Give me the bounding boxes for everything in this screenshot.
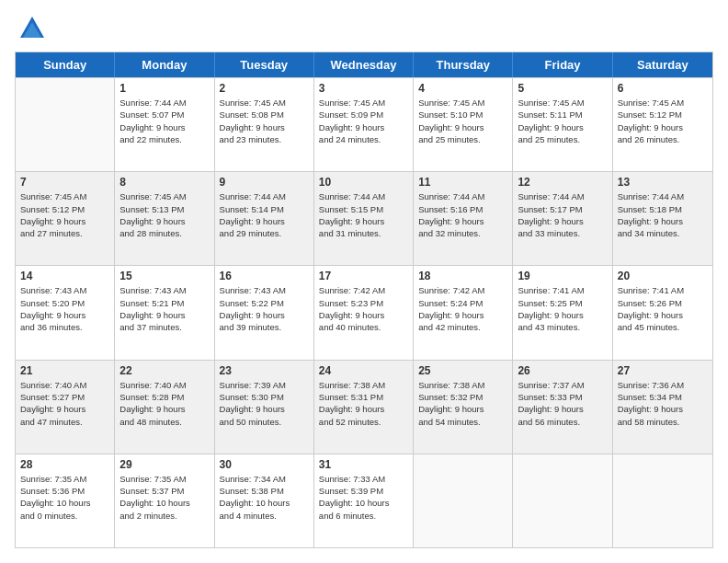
cell-info-line: Sunrise: 7:43 AM bbox=[20, 284, 109, 296]
cell-info-line: Daylight: 9 hours bbox=[220, 121, 309, 133]
cell-info-line: Sunset: 5:39 PM bbox=[319, 485, 408, 497]
cell-info-line: Daylight: 10 hours bbox=[319, 497, 408, 509]
cell-info-line: and 45 minutes. bbox=[618, 321, 708, 333]
cell-info-line: Sunrise: 7:45 AM bbox=[319, 97, 408, 109]
cell-info-line: and 47 minutes. bbox=[20, 416, 109, 428]
day-number: 11 bbox=[418, 176, 507, 189]
cell-info-line: Sunset: 5:16 PM bbox=[418, 203, 507, 215]
cell-info-line: Sunrise: 7:45 AM bbox=[20, 190, 109, 202]
cell-info-line: Daylight: 9 hours bbox=[220, 215, 309, 227]
day-number: 29 bbox=[119, 458, 209, 471]
cell-info-line: Daylight: 9 hours bbox=[618, 215, 708, 227]
cell-info-line: Daylight: 9 hours bbox=[20, 403, 109, 415]
cell-info-line: Sunset: 5:27 PM bbox=[20, 391, 109, 403]
calendar-cell: 12Sunrise: 7:44 AMSunset: 5:17 PMDayligh… bbox=[513, 172, 612, 265]
cell-info-line: Daylight: 9 hours bbox=[119, 403, 209, 415]
day-number: 17 bbox=[319, 270, 408, 282]
cell-info-line: and 32 minutes. bbox=[418, 227, 507, 239]
cell-info-line: Daylight: 9 hours bbox=[418, 121, 507, 133]
calendar-cell bbox=[613, 454, 712, 547]
cell-info-line: Sunset: 5:12 PM bbox=[20, 203, 109, 215]
cell-info-line: and 28 minutes. bbox=[119, 227, 209, 239]
cell-info-line: and 33 minutes. bbox=[518, 227, 607, 239]
cell-info-line: Sunset: 5:20 PM bbox=[20, 297, 109, 309]
day-number: 12 bbox=[518, 176, 607, 189]
page: SundayMondayTuesdayWednesdayThursdayFrid… bbox=[0, 0, 728, 563]
cell-info-line: Sunset: 5:12 PM bbox=[618, 109, 708, 121]
cell-info-line: and 31 minutes. bbox=[319, 227, 408, 239]
cell-info-line: and 36 minutes. bbox=[20, 321, 109, 333]
header bbox=[15, 15, 713, 42]
header-cell-thursday: Thursday bbox=[414, 52, 513, 77]
day-number: 27 bbox=[618, 364, 708, 377]
cell-info-line: Daylight: 9 hours bbox=[119, 215, 209, 227]
calendar-cell: 1Sunrise: 7:44 AMSunset: 5:07 PMDaylight… bbox=[115, 78, 214, 171]
calendar-cell bbox=[16, 78, 115, 171]
cell-info-line: Daylight: 9 hours bbox=[518, 309, 607, 321]
cell-info-line: Daylight: 9 hours bbox=[220, 309, 309, 321]
cell-info-line: Sunrise: 7:44 AM bbox=[618, 190, 708, 202]
cell-info-line: Sunrise: 7:35 AM bbox=[20, 473, 109, 485]
cell-info-line: Sunset: 5:21 PM bbox=[119, 297, 209, 309]
header-cell-monday: Monday bbox=[115, 52, 214, 77]
cell-info-line: and 23 minutes. bbox=[220, 133, 309, 145]
cell-info-line: Daylight: 9 hours bbox=[618, 403, 708, 415]
calendar-row-4: 21Sunrise: 7:40 AMSunset: 5:27 PMDayligh… bbox=[16, 360, 712, 454]
cell-info-line: Daylight: 9 hours bbox=[418, 403, 507, 415]
cell-info-line: Daylight: 9 hours bbox=[20, 309, 109, 321]
cell-info-line: Sunset: 5:11 PM bbox=[518, 109, 607, 121]
cell-info-line: Sunrise: 7:43 AM bbox=[119, 284, 209, 296]
cell-info-line: Sunrise: 7:38 AM bbox=[319, 379, 408, 391]
day-number: 31 bbox=[319, 458, 408, 471]
cell-info-line: Sunset: 5:30 PM bbox=[220, 391, 309, 403]
cell-info-line: Sunset: 5:17 PM bbox=[518, 203, 607, 215]
calendar-row-3: 14Sunrise: 7:43 AMSunset: 5:20 PMDayligh… bbox=[16, 265, 712, 359]
cell-info-line: Daylight: 9 hours bbox=[220, 403, 309, 415]
day-number: 28 bbox=[20, 458, 109, 471]
calendar-row-5: 28Sunrise: 7:35 AMSunset: 5:36 PMDayligh… bbox=[16, 454, 712, 547]
cell-info-line: Sunset: 5:15 PM bbox=[319, 203, 408, 215]
calendar-cell: 2Sunrise: 7:45 AMSunset: 5:08 PMDaylight… bbox=[215, 78, 314, 171]
day-number: 20 bbox=[618, 270, 708, 282]
calendar-cell: 23Sunrise: 7:39 AMSunset: 5:30 PMDayligh… bbox=[215, 361, 314, 454]
cell-info-line: Sunrise: 7:45 AM bbox=[220, 97, 309, 109]
day-number: 1 bbox=[119, 82, 209, 95]
cell-info-line: and 26 minutes. bbox=[618, 133, 708, 145]
header-cell-friday: Friday bbox=[513, 52, 612, 77]
header-cell-sunday: Sunday bbox=[16, 52, 115, 77]
day-number: 13 bbox=[618, 176, 708, 189]
calendar-header: SundayMondayTuesdayWednesdayThursdayFrid… bbox=[16, 52, 712, 77]
cell-info-line: and 56 minutes. bbox=[518, 416, 607, 428]
calendar-cell: 31Sunrise: 7:33 AMSunset: 5:39 PMDayligh… bbox=[314, 454, 414, 547]
cell-info-line: and 40 minutes. bbox=[319, 321, 408, 333]
calendar-cell: 8Sunrise: 7:45 AMSunset: 5:13 PMDaylight… bbox=[115, 172, 214, 265]
cell-info-line: Sunrise: 7:41 AM bbox=[518, 284, 607, 296]
cell-info-line: Daylight: 9 hours bbox=[20, 215, 109, 227]
cell-info-line: Sunset: 5:32 PM bbox=[418, 391, 507, 403]
day-number: 2 bbox=[220, 82, 309, 95]
calendar-cell: 4Sunrise: 7:45 AMSunset: 5:10 PMDaylight… bbox=[414, 78, 513, 171]
cell-info-line: Daylight: 10 hours bbox=[119, 497, 209, 509]
cell-info-line: Sunrise: 7:40 AM bbox=[20, 379, 109, 391]
cell-info-line: Sunrise: 7:41 AM bbox=[618, 284, 708, 296]
calendar-cell: 17Sunrise: 7:42 AMSunset: 5:23 PMDayligh… bbox=[314, 266, 414, 359]
cell-info-line: and 25 minutes. bbox=[418, 133, 507, 145]
cell-info-line: Sunset: 5:23 PM bbox=[319, 297, 408, 309]
calendar-cell: 30Sunrise: 7:34 AMSunset: 5:38 PMDayligh… bbox=[215, 454, 314, 547]
calendar-cell: 14Sunrise: 7:43 AMSunset: 5:20 PMDayligh… bbox=[16, 266, 115, 359]
cell-info-line: and 39 minutes. bbox=[220, 321, 309, 333]
cell-info-line: Sunset: 5:13 PM bbox=[119, 203, 209, 215]
day-number: 18 bbox=[418, 270, 507, 282]
cell-info-line: and 52 minutes. bbox=[319, 416, 408, 428]
cell-info-line: and 29 minutes. bbox=[220, 227, 309, 239]
cell-info-line: and 6 minutes. bbox=[319, 510, 408, 522]
calendar-cell: 25Sunrise: 7:38 AMSunset: 5:32 PMDayligh… bbox=[414, 361, 513, 454]
cell-info-line: Sunrise: 7:45 AM bbox=[418, 97, 507, 109]
calendar-body: 1Sunrise: 7:44 AMSunset: 5:07 PMDaylight… bbox=[16, 77, 712, 547]
calendar-cell: 9Sunrise: 7:44 AMSunset: 5:14 PMDaylight… bbox=[215, 172, 314, 265]
calendar-cell: 24Sunrise: 7:38 AMSunset: 5:31 PMDayligh… bbox=[314, 361, 414, 454]
cell-info-line: Daylight: 9 hours bbox=[119, 121, 209, 133]
cell-info-line: Sunrise: 7:40 AM bbox=[119, 379, 209, 391]
calendar-cell: 26Sunrise: 7:37 AMSunset: 5:33 PMDayligh… bbox=[513, 361, 612, 454]
cell-info-line: Sunrise: 7:44 AM bbox=[418, 190, 507, 202]
